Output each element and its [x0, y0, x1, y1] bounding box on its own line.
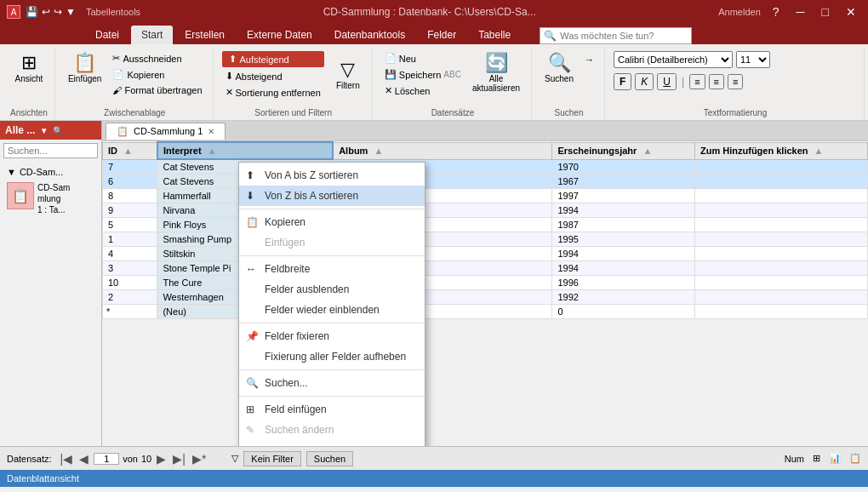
tab-datei[interactable]: Datei [85, 26, 129, 44]
table-wrapper[interactable]: ID ▲ Interpret ▲ Album ▲ Erscheinungsj [102, 141, 868, 446]
tab-tabelle[interactable]: Tabelle [468, 26, 521, 44]
sidebar-tree-db[interactable]: ▼ CD-Sam... [3, 165, 98, 179]
tab-felder[interactable]: Felder [417, 26, 466, 44]
tab-datenbanktools[interactable]: Datenbanktools [324, 26, 415, 44]
tab-erstellen[interactable]: Erstellen [174, 26, 235, 44]
datensatz-label: Datensatz: [7, 454, 52, 464]
aktualisieren-btn[interactable]: 🔄 Alleaktualisieren [468, 51, 524, 95]
filtern-btn[interactable]: ▽ Filtern [331, 58, 365, 93]
ctx-item-felder-wieder-einblenden[interactable]: Felder wieder einblenden [239, 300, 425, 320]
sidebar-expand-icon[interactable]: ▼ [40, 126, 49, 135]
db-icon: 📋 [7, 182, 34, 209]
bold-btn[interactable]: F [614, 73, 631, 90]
cell-id: 5 [103, 218, 157, 232]
user-label[interactable]: Anmelden [718, 7, 761, 17]
speichern-btn[interactable]: 💾 Speichern ABC [381, 67, 465, 82]
suchen-buttons: 🔍 Suchen → [540, 48, 597, 108]
ribbon-search-box[interactable]: 🔍 [540, 27, 692, 44]
view-icon-1[interactable]: ⊞ [813, 453, 820, 464]
nav-last-btn[interactable]: ▶| [171, 452, 187, 466]
table-row[interactable]: 10The Cure1996 [103, 276, 868, 290]
tab-externe-daten[interactable]: Externe Daten [237, 26, 323, 44]
aufsteigend-btn[interactable]: ⬆ Aufsteigend [222, 51, 324, 67]
ribbon-search-input[interactable] [560, 31, 688, 41]
sidebar-title: Alle ... [5, 124, 35, 136]
align-right-btn[interactable]: ≡ [728, 74, 743, 89]
table-row[interactable]: 7Cat Stevens1970 [103, 159, 868, 174]
sidebar-search-icon[interactable]: 🔍 [53, 126, 63, 135]
align-left-btn[interactable]: ≡ [689, 74, 705, 89]
sidebar-search-input[interactable] [3, 143, 98, 158]
ctx-item-von-z-bis-a-sortieren[interactable]: ⬇Von Z bis A sortieren [239, 186, 425, 206]
table-row[interactable]: 2Westernhagen1992 [103, 290, 868, 305]
search-status-btn[interactable]: Suchen [306, 451, 353, 466]
suchen-btn[interactable]: 🔍 Suchen [540, 51, 578, 86]
redo-btn[interactable]: ↪ [54, 6, 62, 18]
table-row[interactable]: 4Stiltskin1994 [103, 247, 868, 261]
ctx-item-von-a-bis-z-sortieren[interactable]: ⬆Von A bis Z sortieren [239, 165, 425, 186]
nav-first-btn[interactable]: |◀ [59, 452, 75, 466]
ctx-item-felder-ausblenden[interactable]: Felder ausblenden [239, 279, 425, 300]
underline-btn[interactable]: U [657, 73, 677, 90]
save-quick-btn[interactable]: 💾 [26, 6, 38, 18]
ctx-item-feld-einfügen[interactable]: ⊞Feld einfügen [239, 399, 425, 420]
close-btn[interactable]: ✕ [841, 5, 861, 19]
col-header-id[interactable]: ID ▲ [103, 142, 157, 159]
bottom-status: Datenblattansicht [7, 473, 79, 483]
ctx-separator-12 [239, 369, 425, 370]
table-row[interactable]: 8Hammerfall1997 [103, 189, 868, 203]
loeschen-btn[interactable]: ✕ Löschen [381, 83, 465, 98]
nav-prev-btn[interactable]: ◀ [77, 452, 90, 466]
neu-btn[interactable]: 📄 Neu [381, 51, 465, 66]
align-center-btn[interactable]: ≡ [709, 74, 724, 89]
sidebar-db-item[interactable]: 📋 CD-Sam mlung 1 : Ta... [3, 179, 98, 219]
ctx-item-kopieren[interactable]: 📋Kopieren [239, 212, 425, 232]
italic-btn[interactable]: K [635, 73, 654, 90]
ansichten-buttons: ⊞ Ansicht [11, 48, 48, 108]
col-header-interpret[interactable]: Interpret ▲ [157, 142, 333, 159]
more-quick-btn[interactable]: ▼ [66, 6, 76, 18]
content-tab-1[interactable]: 📋 CD-Sammlung 1 ✕ [106, 123, 226, 140]
view-icon-3[interactable]: 📋 [849, 453, 861, 464]
tab-start[interactable]: Start [131, 26, 173, 44]
ribbon-group-sortieren: ⬆ Aufsteigend ⬇ Absteigend ✕ Sortierung … [215, 48, 373, 120]
tab-icon: 📋 [117, 126, 128, 137]
col-header-year[interactable]: Erscheinungsjahr ▲ [552, 142, 695, 159]
gehe-zu-btn[interactable]: → [581, 53, 597, 66]
title-bar: A 💾 ↩ ↪ ▼ Tabellentools CD-Sammlung : Da… [0, 0, 868, 24]
maximize-btn[interactable]: □ [817, 5, 834, 19]
minimize-btn[interactable]: ─ [791, 5, 810, 19]
format-uebertragen-btn[interactable]: 🖌 Format übertragen [109, 83, 205, 97]
ctx-item-felder-fixieren[interactable]: 📌Felder fixieren [239, 326, 425, 346]
table-row[interactable]: 9Nirvana1994 [103, 203, 868, 218]
table-row[interactable]: 5Pink Floys...ason1987 [103, 218, 868, 232]
kopieren-btn[interactable]: 📄 Kopieren [109, 67, 205, 82]
filter-btn[interactable]: Kein Filter [243, 451, 301, 466]
table-row[interactable]: 3Stone Temple Pi1994 [103, 261, 868, 276]
tab-close-btn[interactable]: ✕ [208, 127, 214, 136]
absteigend-btn[interactable]: ⬇ Absteigend [222, 69, 324, 83]
context-menu: ⬆Von A bis Z sortieren⬇Von Z bis A sorti… [238, 162, 425, 446]
ansicht-btn[interactable]: ⊞ Ansicht [11, 51, 48, 86]
table-row[interactable]: *(Neu)0 [103, 305, 868, 319]
nav-new-btn[interactable]: ▶* [191, 452, 208, 466]
font-select[interactable]: Calibri (Detailbereich) [614, 51, 733, 68]
font-size-select[interactable]: 11 [736, 51, 770, 68]
ausschneiden-btn[interactable]: ✂ Ausschneiden [109, 51, 205, 66]
current-record-input[interactable] [94, 453, 119, 465]
nav-next-btn[interactable]: ▶ [155, 452, 168, 466]
tree-expand-icon: ▼ [7, 167, 16, 177]
col-header-add[interactable]: Zum Hinzufügen klicken ▲ [695, 142, 868, 159]
table-row[interactable]: 6Cat Stevens1967 [103, 174, 868, 189]
undo-btn[interactable]: ↩ [42, 6, 50, 18]
einfuegen-btn[interactable]: 📋 Einfügen [64, 51, 106, 86]
table-row[interactable]: 1Smashing Pump...nite Sa1995 [103, 232, 868, 247]
view-icon-2[interactable]: 📊 [829, 453, 841, 464]
ctx-item-fixierung-aller-felder-aufheben[interactable]: Fixierung aller Felder aufheben [239, 346, 425, 367]
col-id-sort-icon: ▲ [123, 146, 133, 156]
ctx-item-suchen...[interactable]: 🔍Suchen... [239, 373, 425, 393]
ctx-item-feldbreite[interactable]: ↔Feldbreite [239, 259, 425, 279]
col-header-album[interactable]: Album ▲ [333, 142, 552, 159]
help-btn[interactable]: ? [768, 5, 785, 19]
sortierung-entfernen-btn[interactable]: ✕ Sortierung entfernen [222, 85, 324, 100]
